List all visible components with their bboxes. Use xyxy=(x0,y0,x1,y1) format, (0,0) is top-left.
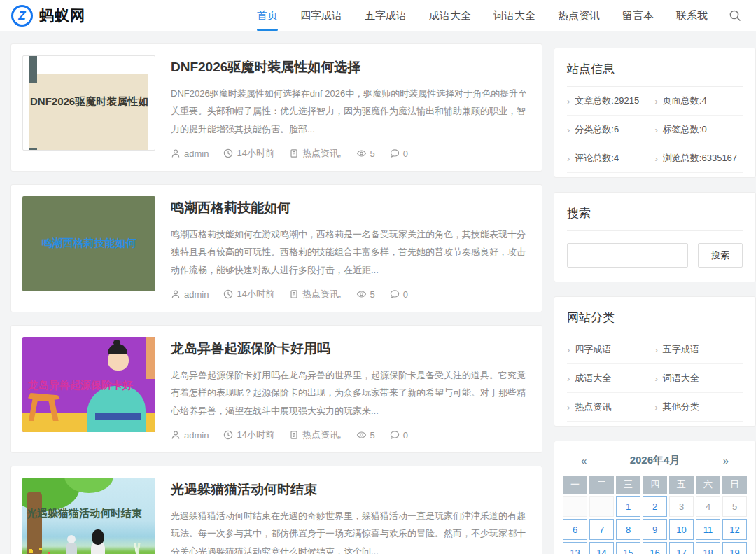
nav-item-guestbook[interactable]: 留言本 xyxy=(611,0,665,31)
views-count: 5 xyxy=(370,148,375,159)
category-meta[interactable]: 热点资讯, xyxy=(289,429,342,441)
stat-label: 标签总数:0 xyxy=(663,123,707,136)
stat-views[interactable]: 浏览总数:6335167 xyxy=(655,144,743,173)
article-body: DNF2026驱魔时装属性如何选择 DNF2026驱魔时装属性如何选择在dnf … xyxy=(171,55,528,160)
chevron-right-icon xyxy=(567,373,570,384)
chevron-right-icon xyxy=(655,153,658,164)
nav-item-hot-news[interactable]: 热点资讯 xyxy=(547,0,611,31)
author-name: admin xyxy=(184,289,209,300)
author-meta: admin xyxy=(171,289,209,300)
user-icon xyxy=(171,289,181,299)
calendar-day-link[interactable]: 16 xyxy=(643,542,667,554)
calendar-day-link[interactable]: 9 xyxy=(643,519,667,540)
brand-logo-icon[interactable]: Z xyxy=(11,5,33,27)
article-title[interactable]: 光遇躲猫猫活动何时结束 xyxy=(171,480,528,499)
article-thumbnail[interactable]: 光遇躲猫猫活动何时结束 xyxy=(22,478,155,554)
author-name: admin xyxy=(184,430,209,441)
nav-item-home[interactable]: 首页 xyxy=(246,0,289,31)
calendar-day-link[interactable]: 18 xyxy=(696,542,720,554)
calendar-day-link[interactable]: 15 xyxy=(616,542,640,554)
nav-item-word-collection[interactable]: 词语大全 xyxy=(482,0,547,31)
calendar-day-link[interactable]: 2 xyxy=(643,496,667,517)
stat-categories[interactable]: 分类总数:6 xyxy=(567,116,655,144)
stat-label: 页面总数:4 xyxy=(663,95,707,107)
views-meta: 5 xyxy=(356,289,375,300)
stat-pages[interactable]: 页面总数:4 xyxy=(655,87,743,116)
stat-comments[interactable]: 评论总数:4 xyxy=(567,144,655,173)
category-four-char[interactable]: 四字成语 xyxy=(567,335,655,364)
article-title[interactable]: DNF2026驱魔时装属性如何选择 xyxy=(171,58,528,76)
chevron-right-icon xyxy=(655,125,658,135)
category-meta[interactable]: 热点资讯, xyxy=(289,288,342,300)
calendar-day-link[interactable]: 12 xyxy=(722,519,747,540)
calendar-day-name: 五 xyxy=(669,476,694,494)
views-meta: 5 xyxy=(356,430,375,441)
category-hot-news[interactable]: 热点资讯 xyxy=(567,393,655,422)
stat-tags[interactable]: 标签总数:0 xyxy=(655,116,743,144)
calendar-day-link[interactable]: 11 xyxy=(696,519,720,540)
site-header: Z 蚂蚁网 首页 四字成语 五字成语 成语大全 词语大全 热点资讯 留言本 联系… xyxy=(0,0,756,31)
search-icon[interactable] xyxy=(719,9,746,22)
site-name[interactable]: 蚂蚁网 xyxy=(39,6,85,25)
panel-title-categories: 网站分类 xyxy=(567,307,743,335)
article-thumbnail[interactable]: DNF2026驱魔时装属性如 xyxy=(22,55,155,151)
calendar-day-link[interactable]: 1 xyxy=(616,496,640,517)
brand[interactable]: Z 蚂蚁网 xyxy=(11,5,85,27)
article-meta: admin 14小时前 热点资讯, 5 0 xyxy=(171,288,528,300)
sidebar: 站点信息 文章总数:29215 页面总数:4 分类总数:6 标签总数:0 评论总… xyxy=(554,48,756,554)
clock-icon xyxy=(223,148,233,158)
thumbnail-caption: 光遇躲猫猫活动何时结束 xyxy=(27,507,142,520)
article-title[interactable]: 鸣潮西格莉技能如何 xyxy=(171,199,528,217)
category-other[interactable]: 其他分类 xyxy=(655,393,743,422)
category-words[interactable]: 词语大全 xyxy=(655,364,743,393)
article-title[interactable]: 龙岛异兽起源保阶卡好用吗 xyxy=(171,340,528,358)
author-name: admin xyxy=(184,148,209,159)
article-thumbnail[interactable]: 鸣潮西格莉技能如何 xyxy=(22,196,155,291)
sidebar-search-input[interactable] xyxy=(567,243,688,268)
stat-label: 浏览总数:6335167 xyxy=(663,152,737,165)
comments-count: 0 xyxy=(403,148,408,159)
article-card: 龙岛异兽起源保阶卡好 龙岛异兽起源保阶卡好用吗 龙岛异兽起源保阶卡好用吗在龙岛异… xyxy=(10,325,542,453)
comments-count: 0 xyxy=(403,289,408,300)
thumbnail-sash xyxy=(95,413,141,420)
calendar-day-link[interactable]: 6 xyxy=(563,519,587,540)
category-name[interactable]: 热点资讯, xyxy=(302,147,342,160)
category-name[interactable]: 热点资讯, xyxy=(302,429,342,441)
calendar-next-button[interactable]: » xyxy=(723,455,729,466)
nav-item-idiom-collection[interactable]: 成语大全 xyxy=(418,0,482,31)
main-nav: 首页 四字成语 五字成语 成语大全 词语大全 热点资讯 留言本 联系我 xyxy=(246,0,746,31)
category-idioms[interactable]: 成语大全 xyxy=(567,364,655,393)
category-name[interactable]: 热点资讯, xyxy=(302,288,342,300)
sidebar-search-button[interactable]: 搜索 xyxy=(698,243,743,268)
category-label: 四字成语 xyxy=(575,343,611,356)
calendar-day: 4 xyxy=(696,496,720,517)
author-meta: admin xyxy=(171,430,209,441)
thumbnail-hair-bun xyxy=(113,340,120,346)
stat-articles[interactable]: 文章总数:29215 xyxy=(567,87,655,116)
nav-item-four-char-idioms[interactable]: 四字成语 xyxy=(289,0,354,31)
category-row: 四字成语 五字成语 xyxy=(567,335,743,364)
calendar-day-link[interactable]: 13 xyxy=(563,542,587,554)
category-meta[interactable]: 热点资讯, xyxy=(289,147,342,160)
category-label: 词语大全 xyxy=(663,372,699,385)
calendar-day-link[interactable]: 10 xyxy=(669,519,694,540)
calendar-day-link[interactable]: 7 xyxy=(589,519,614,540)
calendar-day-link[interactable]: 14 xyxy=(589,542,614,554)
calendar-day-link[interactable]: 19 xyxy=(722,542,747,554)
calendar-prev-button[interactable]: « xyxy=(581,455,587,466)
calendar-day-link[interactable]: 17 xyxy=(669,542,694,554)
calendar-empty-cell xyxy=(589,496,614,517)
category-five-char[interactable]: 五字成语 xyxy=(655,335,743,364)
document-icon xyxy=(289,148,299,158)
views-count: 5 xyxy=(370,289,375,300)
search-form: 搜索 xyxy=(567,231,743,277)
category-row: 成语大全 词语大全 xyxy=(567,364,743,393)
search-panel: 搜索 搜索 xyxy=(554,192,756,282)
nav-item-five-char-idioms[interactable]: 五字成语 xyxy=(354,0,418,31)
eye-icon xyxy=(356,289,367,299)
article-thumbnail[interactable]: 龙岛异兽起源保阶卡好 xyxy=(22,337,155,432)
calendar-day-link[interactable]: 8 xyxy=(616,519,640,540)
nav-item-contact[interactable]: 联系我 xyxy=(665,0,719,31)
article-body: 光遇躲猫猫活动何时结束 光遇躲猫猫活动何时结束在光遇的奇妙世界里，躲猫猫活动一直… xyxy=(171,478,528,554)
chevron-right-icon xyxy=(655,402,658,413)
